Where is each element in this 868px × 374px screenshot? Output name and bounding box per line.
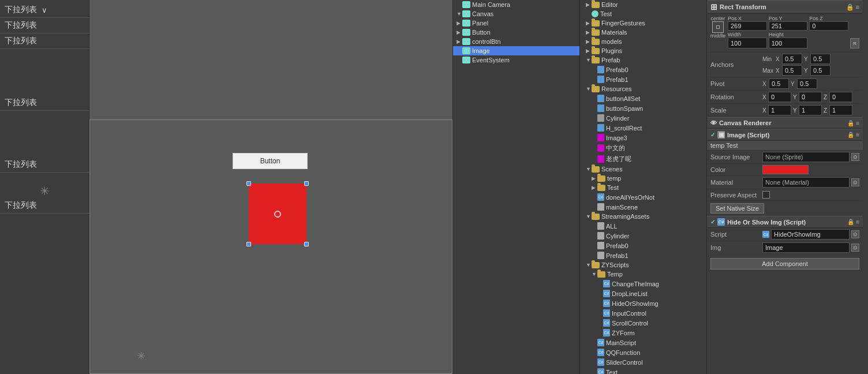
p-item-prefab1-2[interactable]: Prefab1 — [580, 250, 706, 260]
rotation-x[interactable]: 0 — [768, 92, 791, 102]
p-item-zyform[interactable]: C# ZYForm — [580, 328, 706, 338]
p-item-mainscript[interactable]: C# MainScript — [580, 338, 706, 347]
rotation-y[interactable]: 0 — [799, 92, 822, 102]
h-item-image[interactable]: Image — [453, 46, 579, 55]
p-item-image3[interactable]: Image3 — [580, 133, 706, 143]
material-select-btn[interactable]: ⊙ — [851, 178, 859, 186]
h-item-controlbtn[interactable]: ▶ controlBtn — [453, 37, 579, 46]
p-item-models[interactable]: ▶ models — [580, 37, 706, 46]
list-item-2[interactable]: 下拉列表 — [0, 33, 89, 49]
p-item-scenes[interactable]: ▼ Scenes — [580, 164, 706, 174]
p-item-buttonallset[interactable]: buttonAllSet — [580, 94, 706, 103]
pivot-box[interactable] — [712, 21, 724, 33]
pos-x-value[interactable]: 269 — [728, 21, 767, 31]
p-item-hscrollrect[interactable]: H_scrollRect — [580, 123, 706, 133]
scale-z[interactable]: 1 — [829, 105, 852, 115]
scene-canvas[interactable]: Button ✳ — [89, 0, 452, 374]
p-item-qqfunction[interactable]: C# QQFunction — [580, 347, 706, 357]
p-item-droplinelist[interactable]: C# DropLineList — [580, 289, 706, 298]
anchor-max-y[interactable]: 0.5 — [810, 65, 830, 76]
p-item-laohu[interactable]: 老虎了呢 — [580, 154, 706, 164]
p-item-buttonspawn[interactable]: buttonSpawn — [580, 103, 706, 113]
p-item-test[interactable]: Test — [580, 9, 706, 18]
script-select-btn[interactable]: ⊙ — [851, 230, 859, 238]
preserve-aspect-checkbox[interactable] — [762, 191, 770, 199]
p-item-zyscripts[interactable]: ▼ ZYScripts — [580, 260, 706, 270]
pos-z-value[interactable]: 0 — [809, 21, 848, 31]
anchor-min-x[interactable]: 0.5 — [782, 54, 802, 64]
material-input[interactable]: None (Material) — [762, 177, 850, 188]
p-item-temp-folder[interactable]: ▶ temp — [580, 174, 706, 183]
scale-x[interactable]: 1 — [768, 105, 791, 115]
list-item-5[interactable]: 下拉列表 — [0, 198, 89, 214]
height-value[interactable]: 100 — [769, 38, 808, 48]
p-item-text-script[interactable]: C# Text — [580, 367, 706, 374]
p-item-hideorshowimg[interactable]: C# HideOrShowImg — [580, 298, 706, 308]
p-item-editor[interactable]: ▶ Editor — [580, 0, 706, 9]
p-item-zhongwende[interactable]: 中文的 — [580, 143, 706, 154]
p-item-prefab1[interactable]: Prefab1 — [580, 74, 706, 84]
p-item-cylinder2[interactable]: Cylinder — [580, 231, 706, 241]
image-script-menu-icon[interactable]: ≡ — [856, 132, 859, 138]
anchor-min-y[interactable]: 0.5 — [810, 54, 830, 64]
list-item-0[interactable]: 下拉列表 ∨ — [0, 2, 89, 17]
scene-image[interactable] — [249, 184, 306, 244]
rotation-z[interactable]: 0 — [829, 92, 852, 102]
handle-topleft[interactable] — [246, 181, 251, 186]
width-value[interactable]: 100 — [728, 38, 767, 48]
set-native-size-button[interactable]: Set Native Size — [710, 203, 764, 214]
img-select-btn[interactable]: ⊙ — [851, 244, 859, 252]
hide-or-show-section[interactable]: ✓ C# Hide Or Show Img (Script) 🔒 ≡ — [707, 216, 863, 228]
image-script-section[interactable]: ✓ ▣ Image (Script) 🔒 ≡ — [707, 129, 863, 141]
h-item-main-camera[interactable]: Main Camera — [453, 0, 579, 9]
anchor-max-x[interactable]: 0.5 — [782, 65, 802, 76]
h-item-canvas[interactable]: ▼ Canvas — [453, 9, 579, 18]
scene-button[interactable]: Button — [233, 153, 308, 169]
p-item-prefab0[interactable]: Prefab0 — [580, 65, 706, 74]
hide-or-show-lock-icon[interactable]: 🔒 — [847, 219, 854, 225]
image-script-lock-icon[interactable]: 🔒 — [847, 132, 854, 138]
h-item-eventsystem[interactable]: EventSystem — [453, 55, 579, 65]
p-item-resources[interactable]: ▼ Resources — [580, 84, 706, 94]
pivot-x[interactable]: 0.5 — [769, 78, 789, 89]
pivot-y[interactable]: 0.5 — [797, 78, 817, 89]
handle-bottomright[interactable] — [304, 242, 309, 246]
image-script-check[interactable]: ✓ — [710, 132, 715, 138]
p-item-materials[interactable]: ▶ Materials — [580, 28, 706, 37]
rect-transform-menu-icon[interactable]: ≡ — [856, 3, 859, 10]
p-item-test-folder[interactable]: ▶ Test — [580, 183, 706, 192]
blueprint-btn[interactable]: R — [850, 38, 859, 48]
hide-or-show-menu-icon[interactable]: ≡ — [856, 219, 859, 225]
handle-topright[interactable] — [304, 181, 309, 186]
color-picker[interactable] — [762, 165, 809, 174]
list-item-1[interactable]: 下拉列表 — [0, 18, 89, 33]
p-item-streamingassets[interactable]: ▼ StreamingAssets — [580, 212, 706, 221]
p-item-changetheimag[interactable]: C# ChangeTheImag — [580, 279, 706, 289]
p-item-doneallyesornot[interactable]: C# doneAllYesOrNot — [580, 192, 706, 202]
pos-y-value[interactable]: 251 — [769, 21, 808, 31]
list-item-4[interactable]: 下拉列表 — [0, 157, 89, 173]
p-item-inputcontrol[interactable]: C# InputControl — [580, 308, 706, 318]
canvas-renderer-section[interactable]: 👁 Canvas Renderer 🔒 ≡ — [707, 117, 863, 129]
handle-bottomleft[interactable] — [246, 242, 251, 246]
scale-y[interactable]: 1 — [799, 105, 822, 115]
p-item-all[interactable]: ALL — [580, 221, 706, 231]
canvas-renderer-menu-icon[interactable]: ≡ — [856, 120, 859, 126]
p-item-mainscene[interactable]: mainScene — [580, 202, 706, 212]
h-item-button[interactable]: ▶ Button — [453, 28, 579, 37]
source-image-input[interactable]: None (Sprite) — [762, 152, 850, 162]
p-item-fingergestures[interactable]: ▶ FingerGestures — [580, 18, 706, 28]
add-component-button[interactable]: Add Component — [710, 258, 859, 270]
hide-or-show-check[interactable]: ✓ — [710, 219, 715, 225]
source-image-select-btn[interactable]: ⊙ — [851, 153, 859, 161]
list-item-3[interactable]: 下拉列表 — [0, 95, 89, 111]
p-item-temp-scripts[interactable]: ▼ Temp — [580, 270, 706, 279]
script-input[interactable]: HideOrShowImg — [771, 229, 850, 240]
p-item-slidercontrol[interactable]: C# SliderControl — [580, 357, 706, 367]
rect-transform-section[interactable]: ⊞ Rect Transform 🔒 ≡ — [707, 0, 863, 14]
rect-transform-lock-icon[interactable]: 🔒 — [846, 3, 854, 11]
p-item-plugins[interactable]: ▶ Plugins — [580, 46, 706, 55]
p-item-scrollcontrol[interactable]: C# ScrollControl — [580, 318, 706, 328]
h-item-panel[interactable]: ▶ Panel — [453, 18, 579, 28]
img-input[interactable]: Image — [762, 242, 850, 253]
